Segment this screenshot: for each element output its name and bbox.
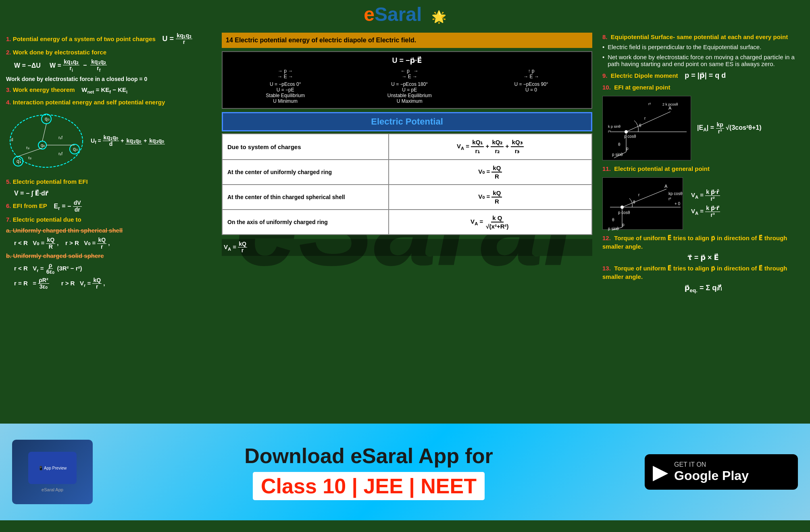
table-cell-r3c1: At the center of thin charged spherical … xyxy=(222,185,389,210)
s7b: b. Uniformly charged solid sphere xyxy=(6,251,212,260)
formula-table: Due to system of charges VA = kQ₁r₁ + kQ… xyxy=(222,133,592,235)
dipole-header: 14 Electric potential energy of electric… xyxy=(222,33,592,48)
s10-formula: |EA| = kpr³ √(3cos²θ+1) xyxy=(697,122,761,135)
table-row: On the axis of uniformly charged ring VA… xyxy=(222,210,592,235)
point-charge-formula: VA = kQr xyxy=(222,239,592,256)
svg-text:r: r xyxy=(638,193,640,197)
s11-title: Electric potential at general point xyxy=(614,165,710,172)
s4-diagram: q₁ q₀ q₀ q₂ d r₁ᵢ r₂ᵢ r₁f r₂f Uf = xyxy=(6,109,212,173)
svg-text:p cosθ: p cosθ xyxy=(618,210,630,215)
svg-text:p: p xyxy=(626,146,629,151)
table-row: Due to system of charges VA = kQ₁r₁ + kQ… xyxy=(222,134,592,160)
table-cell-r2c2: V₀ = kQR xyxy=(389,160,592,185)
section-11: 11. Electric potential at general point xyxy=(602,164,804,173)
svg-text:q₀: q₀ xyxy=(73,146,78,152)
banner-subtitle: Class 10 | JEE | NEET xyxy=(253,472,485,500)
google-play-icon: ▶ xyxy=(653,460,668,484)
section-12: 12. Torque of uniform E⃗ tries to align … xyxy=(602,234,804,251)
google-play-text: GET IT ON Google Play xyxy=(674,461,749,483)
s7a: a. Uniformly charged thin spherical shel… xyxy=(6,226,212,235)
s3-num: 3. xyxy=(6,86,11,93)
section-4: 4. Interaction potential energy and self… xyxy=(6,98,212,106)
google-play-button[interactable]: ▶ GET IT ON Google Play xyxy=(645,454,798,490)
s5-formula: V = − ∫ E⃗·dr⃗ xyxy=(14,188,212,199)
s6-formula: Er = − dVdr xyxy=(54,203,81,210)
s6-num: 6. xyxy=(6,203,11,210)
svg-text:2 k pcosθ: 2 k pcosθ xyxy=(662,102,678,106)
banner-left-image: 📱 App Preview eSaral App xyxy=(12,440,93,504)
svg-text:q₂: q₂ xyxy=(41,143,45,148)
svg-text:r³: r³ xyxy=(608,129,610,133)
s13-num: 13. xyxy=(602,265,611,272)
s7b-title: b. Uniformly charged solid sphere xyxy=(6,252,104,259)
svg-text:r: r xyxy=(644,116,646,121)
svg-line-19 xyxy=(626,112,670,132)
s7a-title: a. Uniformly charged thin spherical shel… xyxy=(6,227,123,234)
s10-diagram: A θ r k p sinθ 2 k pcosθ r³ r³ p cosθ θ … xyxy=(602,96,691,160)
dipole-unstable: ← p → → E → U = −pEcos 180° U = pE Unsta… xyxy=(387,68,432,104)
section-8: 8. Equipotential Surface- same potential… xyxy=(602,33,804,41)
table-cell-r4c2: VA = k Q√(x²+R²) xyxy=(389,210,592,235)
s7-title: Electric potential due to xyxy=(13,216,81,223)
dipole-perp: ↑ p → E → U = −pEcos 90° U = 0 xyxy=(514,68,548,104)
s10-title: EFI at general point xyxy=(614,84,670,91)
s13-formula: p⃗eq. = Σ qᵢr⃗ᵢ xyxy=(602,283,804,293)
table-cell-r1c1: Due to system of charges xyxy=(222,134,389,160)
dipole-diagram: U = −p⃗·E⃗ → p → → E → U = −pEcos 0° U =… xyxy=(222,51,592,109)
svg-text:θ: θ xyxy=(639,123,641,128)
banner-center: Download eSaral App for Class 10 | JEE |… xyxy=(105,444,633,500)
table-cell-r1c2: VA = kQ₁r₁ + kQ₂r₂ + kQ₃r₃ xyxy=(389,134,592,160)
svg-text:q₁: q₁ xyxy=(17,158,21,164)
svg-line-9 xyxy=(18,148,42,156)
dipole-formula: U = −p⃗·E⃗ xyxy=(227,56,587,65)
s1-formula: U = kq₁q₂r xyxy=(162,35,192,43)
s12-title: Torque of uniform E⃗ tries to align p⃗ i… xyxy=(602,235,787,250)
section-2: 2. Work done by electrostatic force xyxy=(6,48,212,56)
center-column: 14 Electric potential energy of electric… xyxy=(218,29,596,424)
s13-title: Torque of uniform E⃗ tries to align p⃗ i… xyxy=(602,265,787,280)
ep-overlay-label: Electric Potential xyxy=(222,112,592,131)
banner-right[interactable]: ▶ GET IT ON Google Play xyxy=(645,454,798,490)
s12-formula: τ⃗ = p⃗ × E⃗ xyxy=(602,253,804,262)
section-13: 13. Torque of uniform E⃗ tries to align … xyxy=(602,264,804,281)
svg-text:+ 0: + 0 xyxy=(675,202,681,206)
s4-formula: Uf = kq₁q₀d + kq₁q₀ + kq₂q₀ xyxy=(91,135,165,148)
section-9: 9. Electric Dipole moment p = |p⃗| = q d xyxy=(602,71,804,81)
gp-top-text: GET IT ON xyxy=(674,461,749,468)
svg-text:r₁ᵢ: r₁ᵢ xyxy=(26,145,30,150)
table-cell-r2c1: At the center of uniformly charged ring xyxy=(222,160,389,185)
svg-line-35 xyxy=(622,189,666,207)
s2-num: 2. xyxy=(6,49,11,56)
gp-bottom-text: Google Play xyxy=(674,468,749,483)
section-10: 10. EFI at general point xyxy=(602,83,804,91)
section-6: 6. EFI from EP Er = − dVdr xyxy=(6,200,212,213)
s5-num: 5. xyxy=(6,178,11,185)
s7-num: 7. xyxy=(6,216,11,223)
s3-title: Work energy theorem xyxy=(13,86,75,93)
s8-title: Equipotential Surface- same potential at… xyxy=(611,33,788,40)
s9-num: 9. xyxy=(602,72,608,79)
s11-formulas: VA = k p⃗·r̂r² VA = k p⃗·r⃗r³ xyxy=(691,189,720,218)
s8-num: 8. xyxy=(602,33,608,40)
left-column: 1. Potential energy of a system of two p… xyxy=(0,29,218,424)
svg-text:A: A xyxy=(664,184,668,189)
s10-diagram-area: A θ r k p sinθ 2 k pcosθ r³ r³ p cosθ θ … xyxy=(602,94,804,162)
s2-formulas: W = −ΔU W = kq₁q₂ri − kq₁q₂rf xyxy=(14,59,212,73)
s4-num: 4. xyxy=(6,99,11,106)
svg-text:r₂ᵢ: r₂ᵢ xyxy=(28,156,32,160)
section-1: 1. Potential energy of a system of two p… xyxy=(6,33,212,46)
right-column: 8. Equipotential Surface- same potential… xyxy=(596,29,810,424)
svg-text:r²: r² xyxy=(668,197,671,201)
svg-text:p cosθ: p cosθ xyxy=(624,134,636,139)
s12-num: 12. xyxy=(602,235,611,241)
svg-text:k p sinθ: k p sinθ xyxy=(608,125,621,129)
section-7: 7. Electric potential due to xyxy=(6,215,212,224)
s11-num: 11. xyxy=(602,165,611,172)
logo-e: e xyxy=(364,4,375,25)
svg-text:kp cosθ: kp cosθ xyxy=(668,191,683,196)
main-content: eSaral 1. Potential energy of a system o… xyxy=(0,29,810,424)
s9-formula: p = |p⃗| = q d xyxy=(685,71,726,79)
svg-text:r₁f: r₁f xyxy=(58,135,62,140)
svg-text:r³: r³ xyxy=(648,102,651,106)
s7b-formulas: r < R Vr = ρ6ε₀ (3R² − r²) r = R = ρR²3ε… xyxy=(14,262,212,290)
